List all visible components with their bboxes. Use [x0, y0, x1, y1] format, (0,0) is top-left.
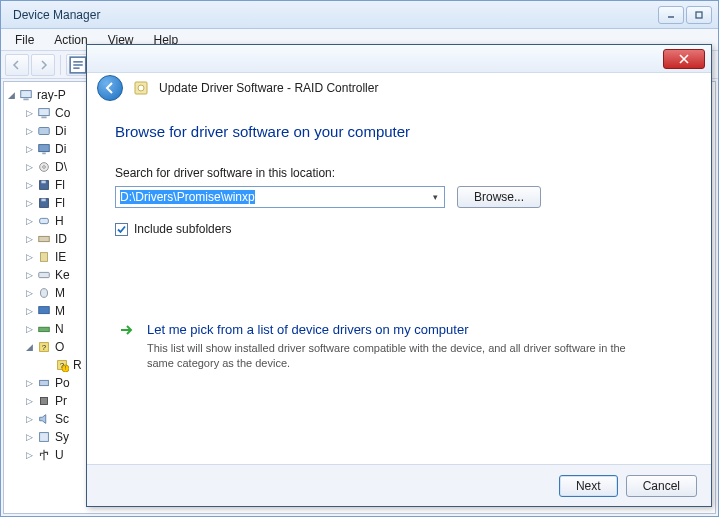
tree-node-label: O [55, 340, 64, 354]
search-location-label: Search for driver software in this locat… [115, 166, 683, 180]
twist-icon[interactable]: ◢ [24, 342, 35, 352]
tree-node-label: Fl [55, 196, 65, 210]
maximize-button[interactable] [686, 6, 712, 24]
twist-icon[interactable]: ▷ [24, 180, 35, 190]
twist-icon[interactable]: ▷ [24, 162, 35, 172]
svg-rect-13 [41, 117, 46, 119]
twist-icon[interactable]: ▷ [24, 198, 35, 208]
toolbar-back-button[interactable] [5, 54, 29, 76]
tree-node-label: N [55, 322, 64, 336]
twist-icon[interactable]: ▷ [24, 306, 35, 316]
dvd-icon [36, 159, 52, 175]
browse-button[interactable]: Browse... [457, 186, 541, 208]
wizard-heading: Browse for driver software on your compu… [115, 123, 683, 140]
include-subfolders-checkbox[interactable] [115, 223, 128, 236]
tree-node-label: IE [55, 250, 66, 264]
network-icon [36, 321, 52, 337]
tree-node-label: H [55, 214, 64, 228]
toolbar-separator [60, 55, 61, 75]
svg-point-27 [41, 289, 48, 298]
pick-from-list-title: Let me pick from a list of device driver… [147, 322, 627, 337]
twist-icon[interactable]: ▷ [24, 108, 35, 118]
tree-node-label: Po [55, 376, 70, 390]
svg-rect-12 [39, 109, 50, 116]
wizard-close-button[interactable] [663, 49, 705, 69]
monitor-icon [36, 303, 52, 319]
arrow-right-icon [119, 322, 135, 342]
disk-icon [133, 80, 149, 96]
twist-icon[interactable]: ▷ [24, 450, 35, 460]
tree-node-label: Di [55, 124, 66, 138]
twist-icon[interactable]: ▷ [24, 216, 35, 226]
svg-rect-23 [40, 218, 49, 223]
twist-icon[interactable]: ◢ [6, 90, 17, 100]
svg-rect-37 [41, 398, 48, 405]
twist-icon[interactable]: ▷ [24, 234, 35, 244]
path-combobox[interactable]: ▾ [115, 186, 445, 208]
ieee-icon [36, 249, 52, 265]
svg-rect-22 [41, 199, 45, 202]
keyboard-icon [36, 267, 52, 283]
svg-rect-15 [39, 145, 50, 152]
path-row: ▾ Browse... [115, 186, 683, 208]
tree-node-label: Fl [55, 178, 65, 192]
svg-point-18 [43, 166, 46, 169]
wizard-content: Browse for driver software on your compu… [87, 105, 711, 464]
tree-node-label: Di [55, 142, 66, 156]
svg-rect-3 [696, 12, 702, 18]
twist-icon[interactable]: ▷ [24, 414, 35, 424]
include-subfolders-label: Include subfolders [134, 222, 231, 236]
wizard-header: Update Driver Software - RAID Controller [87, 73, 711, 103]
twist-icon[interactable]: ▷ [24, 432, 35, 442]
twist-icon[interactable]: ▷ [24, 270, 35, 280]
wizard-header-title: Update Driver Software - RAID Controller [159, 81, 378, 95]
svg-rect-26 [39, 272, 50, 277]
twist-icon[interactable]: ▷ [24, 144, 35, 154]
twist-icon[interactable]: ▷ [24, 378, 35, 388]
svg-rect-14 [39, 128, 50, 135]
system-icon [36, 429, 52, 445]
dm-title: Device Manager [13, 8, 658, 22]
next-button[interactable]: Next [559, 475, 618, 497]
svg-rect-36 [40, 380, 49, 385]
mouse-icon [36, 285, 52, 301]
dm-titlebar[interactable]: Device Manager [1, 1, 718, 29]
tree-node-label: Pr [55, 394, 67, 408]
hid-icon [36, 213, 52, 229]
svg-rect-25 [41, 253, 48, 262]
svg-rect-11 [23, 99, 28, 101]
svg-rect-10 [21, 91, 32, 98]
tree-node-label: R [73, 358, 82, 372]
wizard-back-button[interactable] [97, 75, 123, 101]
dm-window-buttons [658, 6, 712, 24]
svg-text:!: ! [65, 365, 66, 371]
pick-from-list-option[interactable]: Let me pick from a list of device driver… [115, 322, 683, 371]
chevron-down-icon[interactable]: ▾ [427, 188, 443, 206]
ide-icon [36, 231, 52, 247]
tree-node-label: Co [55, 106, 70, 120]
toolbar-forward-button[interactable] [31, 54, 55, 76]
cancel-button[interactable]: Cancel [626, 475, 697, 497]
svg-text:?: ? [42, 343, 47, 352]
menu-file[interactable]: File [5, 31, 44, 49]
include-subfolders-row[interactable]: Include subfolders [115, 222, 683, 236]
svg-point-40 [138, 85, 144, 91]
svg-rect-16 [42, 153, 46, 155]
processor-icon [36, 393, 52, 409]
minimize-button[interactable] [658, 6, 684, 24]
twist-icon[interactable]: ▷ [24, 252, 35, 262]
tree-node-label: M [55, 286, 65, 300]
twist-icon[interactable]: ▷ [24, 126, 35, 136]
twist-icon[interactable]: ▷ [24, 396, 35, 406]
unknown-device-icon: ?! [54, 357, 70, 373]
twist-icon[interactable]: ▷ [24, 288, 35, 298]
svg-rect-29 [39, 327, 50, 331]
tree-node-label: Sc [55, 412, 69, 426]
wizard-titlebar[interactable] [87, 45, 711, 73]
path-input[interactable] [116, 187, 444, 207]
twist-icon[interactable]: ▷ [24, 324, 35, 334]
port-icon [36, 375, 52, 391]
computer-icon [18, 87, 34, 103]
svg-rect-38 [40, 433, 49, 442]
sound-icon [36, 411, 52, 427]
